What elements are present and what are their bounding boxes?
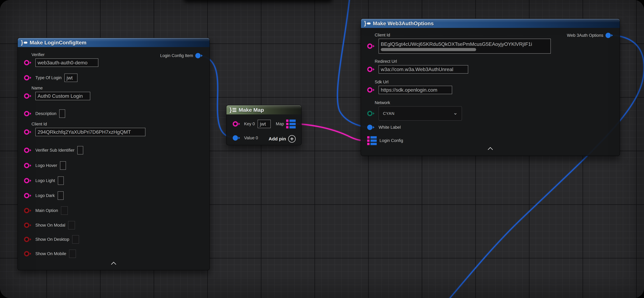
input-row-verifier[interactable]: Verifierweb3auth-auth0-demo	[18, 58, 210, 67]
string-pin[interactable]	[24, 75, 32, 80]
string-pin[interactable]	[24, 93, 32, 99]
pin-label: Name	[32, 86, 43, 90]
checkbox-show-on-desktop[interactable]	[72, 235, 79, 244]
text-input-client-id[interactable]: BEglQSgt4cUWcj6SKRdu5QkOXTsePmMcusG5EAoy…	[378, 39, 551, 54]
string-pin[interactable]	[24, 60, 32, 65]
text-input-verifier-sub-identifier-empty[interactable]	[77, 146, 83, 154]
string-pin[interactable]	[24, 193, 32, 198]
wire-make-map.map-to-make-web3authoptions.login-config	[295, 124, 368, 140]
string-pin[interactable]	[24, 148, 32, 153]
dropdown-value: CYAN	[383, 111, 394, 116]
node-make-loginconfigitem[interactable]: Login Config ItemVerifierweb3auth-auth0-…	[18, 38, 210, 270]
text-input-sdk-url[interactable]: https://sdk.openlogin.com	[378, 86, 452, 94]
dropdown-network[interactable]: CYAN⌄	[378, 106, 462, 121]
input-row-show-on-desktop[interactable]: Show On Desktop	[18, 235, 210, 244]
collapse-button[interactable]	[18, 262, 210, 266]
pin-label: Logo Hover	[36, 163, 57, 168]
enum-pin[interactable]	[367, 111, 376, 116]
text-input-value: jwt	[66, 75, 73, 81]
input-row-show-on-modal[interactable]: Show On Modal	[18, 221, 210, 230]
make-map-icon: }	[230, 107, 236, 113]
node-header[interactable]: } Make Web3AuthOptions	[361, 19, 620, 28]
node-title: Make Map	[238, 107, 264, 113]
struct-pin-connected[interactable]	[606, 33, 614, 38]
input-row-redirect-url[interactable]: Redirect Urlw3a://com.w3a.Web3AuthUnreal	[361, 65, 620, 74]
string-pin[interactable]	[367, 67, 376, 72]
text-input-value: BEglQSgt4cUWcj6SKRdu5QkOXTsePmMcusG5EAoy…	[381, 41, 532, 47]
map-pin[interactable]	[367, 136, 377, 145]
map-pin[interactable]	[286, 120, 296, 128]
input-row-logo-dark[interactable]: Logo Dark	[18, 191, 210, 200]
text-input-logo-dark-empty[interactable]	[58, 192, 64, 200]
pin-label: Type Of Login	[36, 76, 62, 80]
node-title: Make LoginConfigItem	[30, 40, 86, 46]
horizontal-scrollbar[interactable]	[381, 48, 476, 51]
string-pin[interactable]	[24, 163, 32, 168]
make-struct-icon: }	[364, 20, 371, 26]
input-row-logo-light[interactable]: Logo Light	[18, 176, 210, 185]
struct-pin-connected[interactable]	[195, 53, 204, 58]
output-row-map[interactable]: Map	[226, 120, 301, 128]
pin-label: Client Id	[32, 122, 47, 126]
pin-label: Web 3Auth Options	[567, 33, 603, 38]
add-pin-icon[interactable]	[288, 135, 296, 142]
input-row-client-id[interactable]: Client IdBEglQSgt4cUWcj6SKRdu5QkOXTsePmM…	[361, 39, 620, 54]
checkbox-main-option[interactable]	[61, 206, 68, 215]
chevron-up-icon	[488, 147, 493, 152]
bool-pin[interactable]	[24, 237, 32, 242]
input-row-main-option[interactable]: Main Option	[18, 206, 210, 215]
pin-label: Show On Mobile	[36, 252, 66, 256]
input-row-verifier-sub-identifier[interactable]: Verifier Sub Identifier	[18, 146, 210, 154]
text-input-name[interactable]: Auth0 Custom Login	[36, 92, 90, 100]
text-input-type-of-login[interactable]: jwt	[64, 74, 78, 82]
text-input-verifier[interactable]: web3auth-auth0-demo	[36, 58, 98, 67]
string-pin[interactable]	[367, 44, 376, 49]
text-input-client-id[interactable]: 294QRkchfq2YaXUbPri7D6PH7xzHgQMT	[36, 128, 146, 136]
blueprint-graph-canvas[interactable]: Login Config ItemVerifierweb3auth-auth0-…	[0, 0, 644, 298]
node-make-web3authoptions[interactable]: Web 3Auth OptionsClient IdBEglQSgt4cUWcj…	[361, 18, 620, 156]
text-input-description-empty[interactable]	[59, 110, 65, 118]
string-pin[interactable]	[24, 178, 32, 183]
make-struct-icon: }	[21, 40, 28, 45]
struct-pin-connected[interactable]	[367, 125, 376, 130]
pin-label: Show On Desktop	[36, 237, 69, 242]
input-row-name[interactable]: NameAuth0 Custom Login	[18, 92, 210, 100]
pin-label: Login Config Item	[160, 53, 193, 58]
input-row-sdk-url[interactable]: Sdk Urlhttps://sdk.openlogin.com	[361, 86, 620, 94]
wire-make-map.map-to-make-web3authoptions.login-config[interactable]	[295, 124, 368, 140]
pin-label: Network	[375, 100, 390, 105]
string-pin[interactable]	[367, 87, 376, 92]
input-row-login-config[interactable]: Login Config	[361, 136, 620, 145]
input-row-logo-hover[interactable]: Logo Hover	[18, 161, 210, 170]
pin-label: Logo Light	[36, 178, 55, 183]
bool-pin[interactable]	[24, 208, 32, 213]
input-row-client-id[interactable]: Client Id294QRkchfq2YaXUbPri7D6PH7xzHgQM…	[18, 128, 210, 136]
input-row-type-of-login[interactable]: Type Of Loginjwt	[18, 74, 210, 82]
string-pin[interactable]	[24, 129, 32, 135]
input-row-description[interactable]: Description	[18, 109, 210, 118]
text-input-logo-hover-empty[interactable]	[60, 161, 66, 170]
bool-pin[interactable]	[24, 251, 32, 256]
node-make-map[interactable]: Key 0jwtMapValue 0Add pin } Make Map	[226, 105, 302, 145]
pin-label: White Label	[378, 125, 401, 130]
pin-label: Login Config	[380, 138, 403, 143]
chevron-up-icon	[111, 262, 116, 267]
input-row-show-on-mobile[interactable]: Show On Mobile	[18, 249, 210, 258]
input-row-white-label[interactable]: White Label	[361, 123, 620, 132]
output-row-web-3auth-options[interactable]: Web 3Auth Options	[361, 31, 620, 40]
node-header[interactable]: } Make LoginConfigItem	[18, 38, 210, 47]
text-input-logo-light-empty[interactable]	[58, 176, 64, 185]
string-pin[interactable]	[24, 111, 32, 116]
node-header[interactable]: } Make Map	[226, 105, 301, 114]
checkbox-show-on-modal[interactable]	[68, 221, 75, 230]
text-input-value: w3a://com.w3a.Web3AuthUnreal	[381, 66, 453, 72]
output-row-add-pin[interactable]: Add pin	[226, 134, 301, 143]
bool-pin[interactable]	[24, 222, 32, 228]
checkbox-show-on-mobile[interactable]	[69, 250, 76, 258]
collapse-button[interactable]	[361, 148, 620, 152]
text-input-value: Auth0 Custom Login	[38, 93, 83, 99]
input-row-network[interactable]: NetworkCYAN⌄	[361, 106, 620, 121]
text-input-value: 294QRkchfq2YaXUbPri7D6PH7xzHgQMT	[38, 129, 131, 135]
pin-label: Sdk Url	[375, 80, 388, 84]
text-input-redirect-url[interactable]: w3a://com.w3a.Web3AuthUnreal	[378, 65, 468, 74]
